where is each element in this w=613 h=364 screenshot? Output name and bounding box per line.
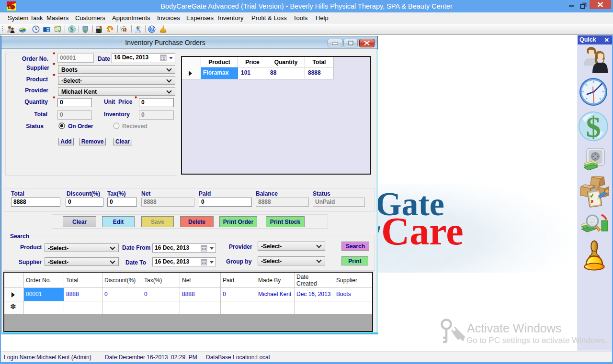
svg-text:$: $ [70, 26, 74, 33]
svg-text:$: $ [586, 111, 601, 142]
svg-text:?: ? [150, 26, 154, 32]
